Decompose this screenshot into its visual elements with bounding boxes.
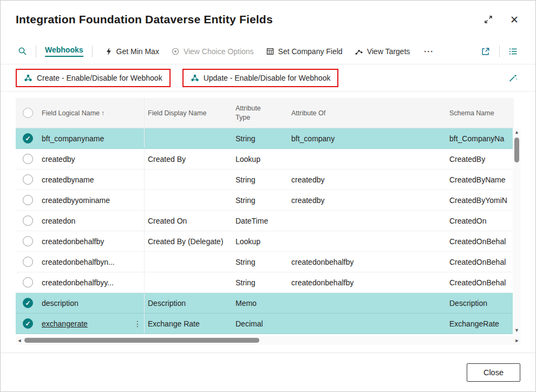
vertical-scrollbar[interactable]: ▲ ▼ (513, 128, 521, 334)
table-row[interactable]: createdonbehalfbyy... String createdonbe… (16, 272, 514, 293)
scroll-up-button[interactable]: ▲ (514, 128, 519, 136)
cell-attribute-type: String (232, 190, 286, 210)
create-enable-disable-webhook-button[interactable]: Create - Enable/Disable for Webhook (16, 69, 171, 87)
menu-item-webhooks[interactable]: Webhooks (45, 45, 83, 57)
toolbar-separator (92, 45, 93, 57)
toolbar-separator (36, 45, 36, 57)
row-checkbox[interactable] (23, 195, 33, 205)
cell-schema-name: CreatedOnBehal (446, 252, 514, 272)
titlebar: Integration Foundation Dataverse Entity … (1, 1, 535, 38)
cell-field-logical-name[interactable]: createdonbehalfbyy... (42, 272, 145, 292)
check-icon: ✓ (25, 300, 30, 306)
cell-schema-name: CreatedOnBehal (446, 272, 514, 292)
table-row[interactable]: createdby Created By Lookup CreatedBy (16, 149, 514, 169)
menu-item-label: Webhooks (45, 45, 83, 57)
update-enable-disable-webhook-button[interactable]: Update - Enable/Disable for Webhook (182, 69, 339, 87)
more-options-button[interactable]: ⋯ (421, 44, 436, 58)
row-checkbox[interactable]: ✓ (23, 133, 33, 143)
toolbar-separator (499, 45, 500, 57)
row-checkbox[interactable] (23, 154, 33, 164)
select-all-checkbox[interactable] (23, 108, 33, 118)
row-checkbox[interactable] (23, 215, 33, 226)
vertical-scrollbar-track[interactable] (513, 136, 521, 326)
cell-attribute-of (286, 231, 446, 251)
row-checkbox[interactable] (23, 174, 33, 185)
table-row[interactable]: ✓ bft_companyname String bft_company bft… (16, 128, 514, 149)
column-label: Attribute Of (291, 109, 325, 117)
share-button[interactable] (479, 45, 493, 57)
cell-schema-name: CreatedBy (446, 149, 514, 169)
cell-attribute-of (286, 313, 446, 334)
row-checkbox[interactable]: ✓ (23, 298, 33, 308)
close-dialog-button[interactable]: Close (467, 363, 520, 382)
row-select-cell: ✓ (16, 313, 42, 334)
cell-field-logical-name[interactable]: createdon (42, 211, 145, 231)
toolbar-right-group (479, 45, 520, 57)
cell-field-logical-name[interactable]: createdby (42, 149, 145, 169)
table-body: ✓ bft_companyname String bft_company bft… (16, 128, 514, 334)
cell-field-logical-name[interactable]: createdbyyominame (42, 190, 145, 210)
scroll-right-button[interactable]: ► (513, 338, 521, 343)
cell-schema-name: CreatedOn (446, 211, 514, 231)
expand-icon (483, 15, 493, 24)
action-button-label: Create - Enable/Disable for Webhook (37, 74, 162, 82)
column-header-field-display-name[interactable]: Field Display Name (145, 98, 232, 128)
cell-field-logical-name[interactable]: createdonbehalfbyn... (42, 252, 145, 272)
scroll-down-button[interactable]: ▼ (514, 326, 519, 334)
view-targets-icon (355, 47, 363, 56)
table-row[interactable]: createdonbehalfbyn... String createdonbe… (16, 252, 514, 272)
cell-attribute-type: String (232, 128, 286, 148)
menu-item-set-company-field[interactable]: Set Company Field (266, 47, 343, 56)
close-button[interactable]: ✕ (508, 14, 520, 25)
menu-item-label: Get Min Max (116, 47, 159, 56)
row-checkbox[interactable] (23, 236, 33, 246)
menu-item-view-targets[interactable]: View Targets (355, 47, 410, 56)
horizontal-scrollbar-track[interactable] (23, 336, 513, 345)
expand-button[interactable] (482, 14, 494, 25)
vertical-scrollbar-thumb[interactable] (514, 138, 519, 162)
table-row[interactable]: createdonbehalfby Created By (Delegate) … (16, 231, 514, 252)
window-controls: ✕ (482, 14, 520, 25)
cell-attribute-type: Lookup (232, 149, 286, 169)
row-select-cell (16, 169, 42, 190)
horizontal-scrollbar[interactable]: ◄ ► (16, 336, 521, 345)
cell-field-display-name (145, 272, 232, 292)
row-menu-icon[interactable]: ⋮ (134, 319, 141, 328)
design-button[interactable] (506, 72, 520, 84)
table-row[interactable]: createdbyyominame String createdby Creat… (16, 190, 514, 211)
cell-field-logical-name[interactable]: exchangerate ⋮ (42, 313, 145, 334)
dialog-window: Integration Foundation Dataverse Entity … (0, 0, 536, 392)
table-row[interactable]: ✓ exchangerate ⋮ Exchange Rate Decimal E… (16, 313, 514, 334)
row-select-cell (16, 231, 42, 251)
cell-field-logical-name[interactable]: createdbyname (42, 169, 145, 190)
cell-attribute-of (286, 293, 446, 313)
horizontal-scrollbar-thumb[interactable] (24, 338, 259, 343)
choice-options-icon (171, 47, 180, 56)
cell-attribute-of: bft_company (286, 128, 446, 148)
cell-field-display-name: Created On (145, 211, 232, 231)
row-checkbox[interactable] (23, 277, 33, 288)
row-checkbox[interactable]: ✓ (23, 318, 33, 329)
row-checkbox[interactable] (23, 257, 33, 267)
cell-field-display-name (145, 190, 232, 210)
menu-item-get-min-max[interactable]: Get Min Max (105, 47, 159, 56)
table-row[interactable]: ✓ description Description Memo Descripti… (16, 293, 514, 313)
column-label: Field Logical Name (42, 109, 100, 117)
cell-field-logical-name[interactable]: description (42, 293, 145, 313)
action-toolbar: Webhooks Get Min Max View Choice Options… (1, 38, 535, 64)
cell-schema-name: CreatedByName (446, 169, 514, 190)
cell-schema-name: ExchangeRate (446, 313, 514, 334)
table-row[interactable]: createdbyname String createdby CreatedBy… (16, 169, 514, 190)
search-button[interactable] (16, 45, 29, 57)
column-header-attribute-type[interactable]: Attribute Type (232, 98, 286, 128)
webhook-icon (24, 74, 32, 82)
table-row[interactable]: createdon Created On DateTime CreatedOn (16, 211, 514, 231)
cell-field-logical-name[interactable]: bft_companyname (42, 128, 145, 148)
column-header-field-logical-name[interactable]: Field Logical Name ↑ (42, 98, 145, 128)
cell-field-display-name: Created By (Delegate) (145, 231, 232, 251)
cell-field-logical-name[interactable]: createdonbehalfby (42, 231, 145, 251)
column-header-schema-name[interactable]: Schema Name (446, 98, 514, 128)
column-header-attribute-of[interactable]: Attribute Of (286, 98, 446, 128)
views-button[interactable] (506, 45, 520, 57)
scroll-left-button[interactable]: ◄ (16, 338, 23, 343)
